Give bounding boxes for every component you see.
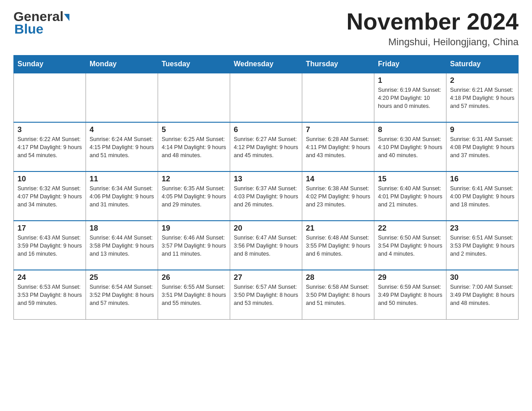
calendar-title: November 2024 [347,9,519,34]
day-info: Sunrise: 6:24 AM Sunset: 4:15 PM Dayligh… [90,135,154,159]
calendar-cell [302,73,374,122]
day-info: Sunrise: 6:41 AM Sunset: 4:00 PM Dayligh… [450,184,515,209]
calendar-cell: 12Sunrise: 6:35 AM Sunset: 4:05 PM Dayli… [158,171,230,221]
week-row-5: 24Sunrise: 6:53 AM Sunset: 3:53 PM Dayli… [14,270,519,319]
calendar-subtitle: Mingshui, Heilongjiang, China [347,36,519,48]
header: General Blue November 2024 Mingshui, Hei… [13,9,519,48]
day-info: Sunrise: 6:37 AM Sunset: 4:03 PM Dayligh… [234,184,298,209]
day-number: 11 [90,175,154,184]
day-number: 16 [450,175,515,184]
calendar-cell [230,73,302,122]
week-row-1: 1Sunrise: 6:19 AM Sunset: 4:20 PM Daylig… [14,73,519,122]
calendar-cell: 25Sunrise: 6:54 AM Sunset: 3:52 PM Dayli… [86,270,158,319]
day-number: 13 [234,175,298,184]
day-info: Sunrise: 7:00 AM Sunset: 3:49 PM Dayligh… [450,283,515,307]
week-row-4: 17Sunrise: 6:43 AM Sunset: 3:59 PM Dayli… [14,221,519,270]
day-info: Sunrise: 6:40 AM Sunset: 4:01 PM Dayligh… [378,184,442,209]
column-header-sunday: Sunday [14,56,86,73]
day-number: 23 [450,224,515,233]
calendar-cell: 29Sunrise: 6:59 AM Sunset: 3:49 PM Dayli… [374,270,446,319]
calendar-cell: 27Sunrise: 6:57 AM Sunset: 3:50 PM Dayli… [230,270,302,319]
calendar-cell: 24Sunrise: 6:53 AM Sunset: 3:53 PM Dayli… [14,270,86,319]
day-number: 17 [17,224,82,233]
calendar-cell: 5Sunrise: 6:25 AM Sunset: 4:14 PM Daylig… [158,122,230,171]
column-header-wednesday: Wednesday [230,56,302,73]
calendar-cell: 14Sunrise: 6:38 AM Sunset: 4:02 PM Dayli… [302,171,374,221]
calendar-cell [158,73,230,122]
column-header-monday: Monday [86,56,158,73]
day-number: 3 [17,125,82,134]
day-info: Sunrise: 6:46 AM Sunset: 3:57 PM Dayligh… [162,234,226,258]
column-header-tuesday: Tuesday [158,56,230,73]
day-info: Sunrise: 6:47 AM Sunset: 3:56 PM Dayligh… [234,234,298,258]
calendar-cell: 30Sunrise: 7:00 AM Sunset: 3:49 PM Dayli… [446,270,519,319]
calendar-cell: 22Sunrise: 6:50 AM Sunset: 3:54 PM Dayli… [374,221,446,270]
logo: General Blue [13,9,69,37]
day-number: 7 [306,125,370,134]
calendar-cell: 4Sunrise: 6:24 AM Sunset: 4:15 PM Daylig… [86,122,158,171]
day-info: Sunrise: 6:35 AM Sunset: 4:05 PM Dayligh… [162,184,226,209]
day-number: 28 [306,273,370,282]
day-info: Sunrise: 6:32 AM Sunset: 4:07 PM Dayligh… [17,184,82,209]
day-info: Sunrise: 6:48 AM Sunset: 3:55 PM Dayligh… [306,234,370,258]
logo-blue-text: Blue [13,21,43,37]
title-area: November 2024 Mingshui, Heilongjiang, Ch… [347,9,519,48]
day-number: 18 [90,224,154,233]
day-info: Sunrise: 6:22 AM Sunset: 4:17 PM Dayligh… [17,135,82,159]
calendar-cell: 17Sunrise: 6:43 AM Sunset: 3:59 PM Dayli… [14,221,86,270]
day-number: 15 [378,175,442,184]
day-info: Sunrise: 6:51 AM Sunset: 3:53 PM Dayligh… [450,234,515,258]
calendar-cell: 15Sunrise: 6:40 AM Sunset: 4:01 PM Dayli… [374,171,446,221]
calendar-cell: 13Sunrise: 6:37 AM Sunset: 4:03 PM Dayli… [230,171,302,221]
calendar-cell: 26Sunrise: 6:55 AM Sunset: 3:51 PM Dayli… [158,270,230,319]
day-info: Sunrise: 6:30 AM Sunset: 4:10 PM Dayligh… [378,135,442,159]
logo-arrow-icon [64,14,69,21]
day-number: 22 [378,224,442,233]
day-number: 19 [162,224,226,233]
calendar-table: SundayMondayTuesdayWednesdayThursdayFrid… [13,55,519,320]
column-header-saturday: Saturday [446,56,519,73]
calendar-cell: 18Sunrise: 6:44 AM Sunset: 3:58 PM Dayli… [86,221,158,270]
day-number: 26 [162,273,226,282]
day-info: Sunrise: 6:34 AM Sunset: 4:06 PM Dayligh… [90,184,154,209]
day-number: 5 [162,125,226,134]
day-info: Sunrise: 6:55 AM Sunset: 3:51 PM Dayligh… [162,283,226,307]
day-number: 2 [450,76,515,85]
calendar-cell [14,73,86,122]
header-row: SundayMondayTuesdayWednesdayThursdayFrid… [14,56,519,73]
day-info: Sunrise: 6:58 AM Sunset: 3:50 PM Dayligh… [306,283,370,307]
day-number: 1 [378,76,442,85]
day-info: Sunrise: 6:27 AM Sunset: 4:12 PM Dayligh… [234,135,298,159]
day-number: 25 [90,273,154,282]
day-number: 27 [234,273,298,282]
calendar-cell: 28Sunrise: 6:58 AM Sunset: 3:50 PM Dayli… [302,270,374,319]
day-number: 9 [450,125,515,134]
day-number: 6 [234,125,298,134]
column-header-thursday: Thursday [302,56,374,73]
day-info: Sunrise: 6:21 AM Sunset: 4:18 PM Dayligh… [450,86,515,110]
day-info: Sunrise: 6:54 AM Sunset: 3:52 PM Dayligh… [90,283,154,307]
day-info: Sunrise: 6:57 AM Sunset: 3:50 PM Dayligh… [234,283,298,307]
day-number: 12 [162,175,226,184]
calendar-cell: 19Sunrise: 6:46 AM Sunset: 3:57 PM Dayli… [158,221,230,270]
calendar-cell: 2Sunrise: 6:21 AM Sunset: 4:18 PM Daylig… [446,73,519,122]
day-info: Sunrise: 6:25 AM Sunset: 4:14 PM Dayligh… [162,135,226,159]
day-number: 8 [378,125,442,134]
calendar-cell: 9Sunrise: 6:31 AM Sunset: 4:08 PM Daylig… [446,122,519,171]
calendar-cell: 21Sunrise: 6:48 AM Sunset: 3:55 PM Dayli… [302,221,374,270]
calendar-cell: 16Sunrise: 6:41 AM Sunset: 4:00 PM Dayli… [446,171,519,221]
week-row-3: 10Sunrise: 6:32 AM Sunset: 4:07 PM Dayli… [14,171,519,221]
column-header-friday: Friday [374,56,446,73]
calendar-cell: 7Sunrise: 6:28 AM Sunset: 4:11 PM Daylig… [302,122,374,171]
day-info: Sunrise: 6:43 AM Sunset: 3:59 PM Dayligh… [17,234,82,258]
day-info: Sunrise: 6:44 AM Sunset: 3:58 PM Dayligh… [90,234,154,258]
calendar-cell: 23Sunrise: 6:51 AM Sunset: 3:53 PM Dayli… [446,221,519,270]
calendar-cell: 8Sunrise: 6:30 AM Sunset: 4:10 PM Daylig… [374,122,446,171]
day-number: 30 [450,273,515,282]
day-info: Sunrise: 6:38 AM Sunset: 4:02 PM Dayligh… [306,184,370,209]
calendar-cell: 20Sunrise: 6:47 AM Sunset: 3:56 PM Dayli… [230,221,302,270]
calendar-cell: 3Sunrise: 6:22 AM Sunset: 4:17 PM Daylig… [14,122,86,171]
day-info: Sunrise: 6:53 AM Sunset: 3:53 PM Dayligh… [17,283,82,307]
calendar-cell: 11Sunrise: 6:34 AM Sunset: 4:06 PM Dayli… [86,171,158,221]
day-number: 4 [90,125,154,134]
